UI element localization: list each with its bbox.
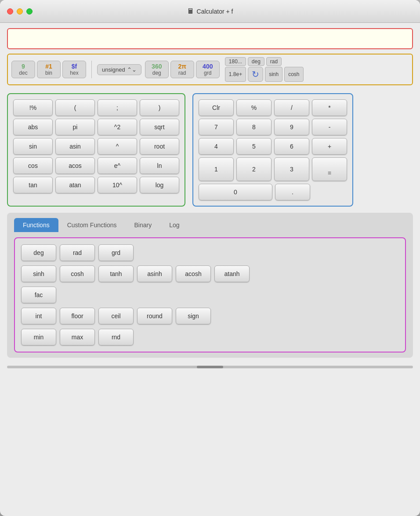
titlebar: 🖩 Calculator + f [0, 0, 420, 23]
func-sinh-button[interactable]: sinh [21, 265, 56, 282]
sci-acos-button[interactable]: acos [55, 157, 95, 174]
percent-button[interactable]: % [236, 99, 272, 116]
func-min-button[interactable]: min [21, 329, 56, 345]
sci-pi-button[interactable]: pi [55, 119, 95, 135]
scrollbar[interactable] [7, 366, 413, 368]
num-row-1: Clr % / * [199, 99, 347, 116]
window-title: 🖩 Calculator + f [187, 7, 233, 15]
sci-percent-button[interactable]: !% [13, 99, 53, 116]
divide-button[interactable]: / [274, 99, 309, 116]
sci-ln-button[interactable]: ln [140, 157, 179, 174]
sci-closeparen-button[interactable]: ) [140, 99, 179, 116]
func-row-1: deg rad grd [21, 244, 399, 261]
four-button[interactable]: 4 [199, 138, 234, 155]
180-button[interactable]: 180... [225, 57, 246, 66]
sci-row-1: !% ( ; ) [13, 99, 179, 116]
func-ceil-button[interactable]: ceil [98, 308, 134, 324]
func-row-2: sinh cosh tanh asinh acosh atanh [21, 265, 399, 282]
func-asinh-button[interactable]: asinh [137, 265, 172, 282]
num-row-2: 7 8 9 - [199, 119, 347, 135]
func-tanh-button[interactable]: tanh [98, 265, 134, 282]
deg-button[interactable]: 360 deg [145, 61, 169, 78]
equals-button[interactable]: = [312, 157, 347, 181]
sci-semicolon-button[interactable]: ; [98, 99, 137, 116]
title-text: Calculator + f [197, 8, 233, 15]
one-button[interactable]: 1 [199, 157, 234, 181]
num-row-4: 1 2 3 = [199, 157, 347, 181]
base-buttons-group: 9 dec #1 bin $f hex [11, 61, 92, 78]
unsigned-select[interactable]: unsigned ⌃⌄ [97, 64, 141, 75]
sci-sin-button[interactable]: sin [13, 138, 53, 155]
func-rad-button[interactable]: rad [60, 244, 95, 261]
sci-log-button[interactable]: log [140, 177, 179, 193]
maximize-button[interactable] [26, 8, 33, 15]
nine-button[interactable]: 9 [274, 119, 309, 135]
sinh-button[interactable]: sinh [265, 67, 282, 82]
sci-root-button[interactable]: root [140, 138, 179, 155]
decimal-point-button[interactable]: . [275, 184, 310, 200]
1.8e-button[interactable]: 1.8e+ [225, 67, 246, 82]
tabs-bar: Functions Custom Functions Binary Log [14, 218, 406, 232]
sci-openparen-button[interactable]: ( [55, 99, 95, 116]
func-row-5: min max rnd [21, 329, 399, 345]
scrollbar-thumb[interactable] [197, 366, 223, 368]
tab-functions[interactable]: Functions [14, 218, 58, 232]
func-acosh-button[interactable]: acosh [176, 265, 211, 282]
plus-button[interactable]: + [312, 138, 347, 155]
func-deg-button[interactable]: deg [21, 244, 56, 261]
sci-sq-button[interactable]: ^2 [98, 119, 137, 135]
multiply-button[interactable]: * [312, 99, 347, 116]
sci-cos-button[interactable]: cos [13, 157, 53, 174]
tab-custom-functions[interactable]: Custom Functions [58, 218, 126, 232]
func-row-3: fac [21, 287, 399, 303]
func-int-button[interactable]: int [21, 308, 56, 324]
func-max-button[interactable]: max [60, 329, 95, 345]
deg-tab-button[interactable]: deg [248, 57, 264, 66]
cosh-button[interactable]: cosh [284, 67, 303, 82]
func-sign-button[interactable]: sign [176, 308, 211, 324]
minimize-button[interactable] [17, 8, 23, 15]
two-button[interactable]: 2 [236, 157, 272, 181]
grd-button[interactable]: 400 grd [196, 61, 220, 78]
func-rnd-button[interactable]: rnd [98, 329, 134, 345]
three-button[interactable]: 3 [274, 157, 309, 181]
sci-row-2: abs pi ^2 sqrt [13, 119, 179, 135]
zero-button[interactable]: 0 [199, 184, 272, 200]
rad-tab-button[interactable]: rad [266, 57, 282, 66]
trig-circle-button[interactable]: ↻ [248, 67, 263, 82]
eight-button[interactable]: 8 [236, 119, 272, 135]
rad-button[interactable]: 2π rad [170, 61, 194, 78]
clr-button[interactable]: Clr [199, 99, 234, 116]
main-content: 9 dec #1 bin $f hex unsigned ⌃⌄ 360 [0, 23, 420, 516]
five-button[interactable]: 5 [236, 138, 272, 155]
sci-tan-button[interactable]: tan [13, 177, 53, 193]
sci-abs-button[interactable]: abs [13, 119, 53, 135]
sci-row-3: sin asin ^ root [13, 138, 179, 155]
func-floor-button[interactable]: floor [60, 308, 95, 324]
sci-atan-button[interactable]: atan [55, 177, 95, 193]
func-atanh-button[interactable]: atanh [214, 265, 250, 282]
tab-binary[interactable]: Binary [126, 218, 161, 232]
seven-button[interactable]: 7 [199, 119, 234, 135]
six-button[interactable]: 6 [274, 138, 309, 155]
decimal-button[interactable]: 9 dec [11, 61, 35, 78]
traffic-lights [7, 8, 33, 15]
minus-button[interactable]: - [312, 119, 347, 135]
hex-button[interactable]: $f hex [62, 61, 86, 78]
close-button[interactable] [7, 8, 13, 15]
sci-pow-button[interactable]: ^ [98, 138, 137, 155]
sci-asin-button[interactable]: asin [55, 138, 95, 155]
func-round-button[interactable]: round [137, 308, 172, 324]
sci-epow-button[interactable]: e^ [98, 157, 137, 174]
func-cosh-button[interactable]: cosh [60, 265, 95, 282]
func-fac-button[interactable]: fac [21, 287, 56, 303]
extra-top-row: 180... deg rad [225, 57, 304, 66]
func-grd-button[interactable]: grd [98, 244, 134, 261]
func-row-4: int floor ceil round sign [21, 308, 399, 324]
binary-button[interactable]: #1 bin [37, 61, 61, 78]
num-row-5: 0 . [199, 184, 347, 200]
display-area[interactable] [7, 28, 413, 49]
tab-log[interactable]: Log [160, 218, 188, 232]
sci-10pow-button[interactable]: 10^ [98, 177, 137, 193]
sci-sqrt-button[interactable]: sqrt [140, 119, 179, 135]
